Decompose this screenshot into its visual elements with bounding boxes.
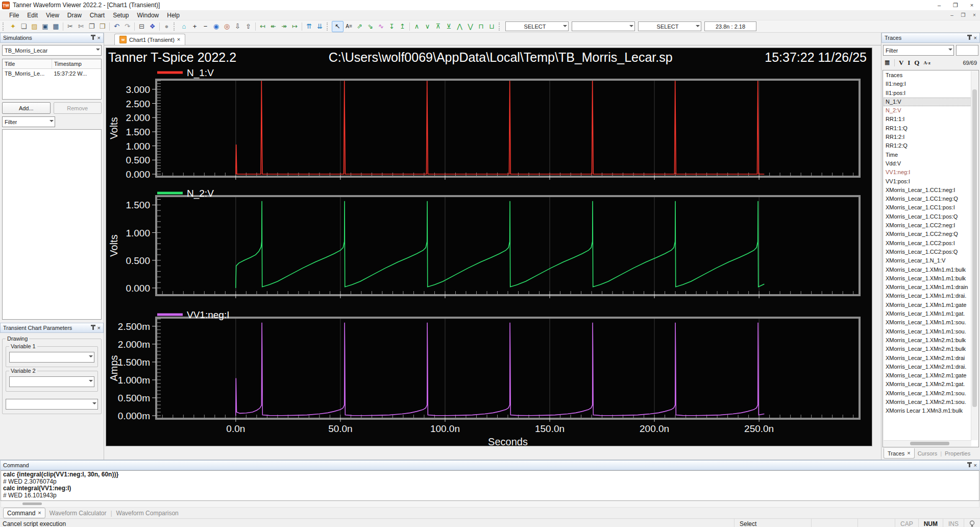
- zoom-out-icon[interactable]: −: [200, 21, 211, 32]
- cursor-label-icon[interactable]: ↥: [397, 21, 408, 32]
- charge-filter-icon[interactable]: Q: [914, 59, 919, 67]
- chart-canvas[interactable]: Tanner T-Spice 2022.2 C:\Users\wolf0069\…: [106, 47, 872, 446]
- traces-filter-combo[interactable]: Filter: [883, 45, 954, 56]
- trace-item[interactable]: XMorris_Lecar_1.XMn2.m1:drai.: [884, 363, 971, 371]
- menu-edit[interactable]: Edit: [23, 11, 42, 19]
- edge-select-1-combo[interactable]: SELECT: [505, 21, 569, 31]
- scrollbar-thumb[interactable]: [910, 442, 949, 445]
- scrollbar-thumb[interactable]: [22, 502, 42, 505]
- menu-file[interactable]: File: [5, 11, 23, 19]
- toolbar-handle[interactable]: [3, 22, 6, 31]
- trace-move-up-icon[interactable]: ⇈: [304, 21, 314, 32]
- trace-list-vscrollbar[interactable]: [971, 71, 978, 440]
- open-icon[interactable]: ▨: [29, 21, 40, 32]
- trace-item[interactable]: Traces: [884, 71, 971, 80]
- measure-fall-icon[interactable]: ⇘: [365, 21, 376, 32]
- remove-simulation-button[interactable]: Remove: [54, 102, 102, 114]
- undo-icon[interactable]: ↶: [111, 21, 122, 32]
- peak-down-icon[interactable]: ∨: [422, 21, 433, 32]
- menu-draw[interactable]: Draw: [63, 11, 86, 19]
- trace-item[interactable]: XMorris_Lecar_1.CC1:pos:Q: [884, 212, 971, 221]
- peak-up-icon[interactable]: ∧: [411, 21, 422, 32]
- add-simulation-button[interactable]: Add...: [2, 102, 51, 114]
- window-left-icon[interactable]: ⊓: [476, 21, 486, 32]
- close-tab-icon[interactable]: ×: [907, 450, 910, 456]
- push-down-icon[interactable]: ⇩: [232, 21, 243, 32]
- tab-command[interactable]: Command ×: [3, 508, 45, 518]
- trace-item[interactable]: XMorris_Lecar_1.XMn2.m1:gate: [884, 371, 971, 380]
- pin-icon[interactable]: [969, 464, 970, 467]
- trace-item[interactable]: XMorris_Lecar_1.XMn1.m1:bulk: [884, 274, 971, 283]
- minimize-icon[interactable]: –: [931, 0, 947, 10]
- trace-item[interactable]: XMorris_Lecar_1.XMn1.m1:drai.: [884, 292, 971, 300]
- tip-bulb-icon[interactable]: [964, 519, 980, 527]
- close-panel-icon[interactable]: ×: [974, 35, 977, 41]
- copy-icon[interactable]: ❐: [86, 21, 97, 32]
- zoom-in-icon[interactable]: +: [189, 21, 200, 32]
- toolbar-handle[interactable]: [327, 22, 330, 31]
- save-all-icon[interactable]: ▦: [51, 21, 61, 32]
- edge-select-2-combo[interactable]: SELECT: [638, 21, 701, 31]
- tab-waveform-comparison[interactable]: Waveform Comparison: [116, 510, 179, 517]
- trace-item[interactable]: VV1:neg:I: [884, 168, 971, 177]
- trace-item[interactable]: XMorris_Lecar_1.XMn2.m1:bulk: [884, 345, 971, 353]
- simulation-select-combo[interactable]: TB_Morris_Lecar: [2, 45, 102, 56]
- trace-item[interactable]: XMorris_Lecar_1.XMn1.m1:gate: [884, 301, 971, 309]
- zoom-box-icon[interactable]: ◉: [211, 21, 222, 32]
- child-minimize-icon[interactable]: –: [946, 10, 958, 20]
- pan-far-right-icon[interactable]: ↦: [289, 21, 300, 32]
- cut-trace-icon[interactable]: ✄: [76, 21, 86, 32]
- traces-filter-input[interactable]: [956, 45, 978, 56]
- edge-fall-icon[interactable]: ⊻: [444, 21, 454, 32]
- tree-view-icon[interactable]: ≣: [885, 59, 890, 67]
- menu-help[interactable]: Help: [163, 11, 184, 19]
- trace-item[interactable]: RR1:1:I: [884, 115, 971, 124]
- variable2-combo[interactable]: [9, 376, 94, 387]
- close-panel-icon[interactable]: ×: [97, 35, 101, 41]
- trace-item[interactable]: II1:pos:I: [884, 89, 971, 98]
- new-chart-icon[interactable]: ✦: [8, 21, 18, 32]
- trace-item[interactable]: XMorris_Lecar_1.CC2:neg:I: [884, 221, 971, 230]
- print-icon[interactable]: ⊟: [136, 21, 147, 32]
- trace-item[interactable]: Vdd:V: [884, 159, 971, 168]
- trace-item[interactable]: VV1:pos:I: [884, 177, 971, 186]
- trace-item[interactable]: XMorris_Lecar_1.CC2:pos:Q: [884, 248, 971, 256]
- trace-item[interactable]: XMorris_Lecar_1.CC2:neg:Q: [884, 230, 971, 238]
- column-header-timestamp[interactable]: Timestamp: [52, 59, 101, 68]
- tab-chart1-transient[interactable]: w Chart1 (Transient) ×: [114, 34, 185, 45]
- pin-icon[interactable]: [92, 36, 94, 40]
- trace-item[interactable]: RR1:2:I: [884, 133, 971, 141]
- simulations-filter-combo[interactable]: Filter: [2, 116, 55, 127]
- menu-window[interactable]: Window: [133, 11, 163, 19]
- simulations-list[interactable]: [2, 129, 102, 320]
- toolbar-handle[interactable]: [174, 22, 177, 31]
- stop-icon[interactable]: ●: [161, 21, 172, 32]
- menu-chart[interactable]: Chart: [86, 11, 109, 19]
- variable1-combo[interactable]: [9, 352, 94, 363]
- paste-icon[interactable]: ❒: [97, 21, 108, 32]
- child-restore-icon[interactable]: ❐: [958, 10, 969, 20]
- trace-item[interactable]: N_1:V: [884, 98, 971, 106]
- trace-item[interactable]: XMorris_Lecar_1.XMn2.m1:sou.: [884, 389, 971, 398]
- voltage-filter-icon[interactable]: V: [899, 59, 903, 67]
- trace-move-down-icon[interactable]: ⇊: [314, 21, 325, 32]
- pan-left-icon[interactable]: ↞: [268, 21, 279, 32]
- trace-item[interactable]: XMorris Lecar 1.XMn3.m1:bulk: [884, 406, 971, 415]
- trace-list-hscrollbar[interactable]: [884, 440, 971, 446]
- select-tool-icon[interactable]: ↖: [332, 21, 344, 32]
- scrollbar-thumb[interactable]: [972, 89, 977, 407]
- edge-rise-icon[interactable]: ⊼: [433, 21, 444, 32]
- trace-item[interactable]: XMorris_Lecar_1.XMn2.m1:gat.: [884, 380, 971, 389]
- pan-far-left-icon[interactable]: ↤: [257, 21, 268, 32]
- trace-item[interactable]: N_2:V: [884, 106, 971, 115]
- zoom-special-icon[interactable]: ◎: [222, 21, 232, 32]
- table-row[interactable]: TB_Morris_Le... 15:37:22 W...: [3, 69, 101, 78]
- redo-icon[interactable]: ↷: [122, 21, 133, 32]
- trace-item[interactable]: XMorris_Lecar_1.XMn2.m1:sou.: [884, 398, 971, 406]
- cursor-snap-icon[interactable]: ↧: [386, 21, 397, 32]
- cut-icon[interactable]: ✂: [65, 21, 76, 32]
- close-tab-icon[interactable]: ×: [177, 37, 180, 42]
- command-output[interactable]: calc {integral(clip(VV1:neg:I, 30n, 60n)…: [1, 470, 979, 501]
- trace-item[interactable]: XMorris_Lecar_1.XMn1.m1:sou.: [884, 318, 971, 327]
- pin-icon[interactable]: [969, 36, 970, 40]
